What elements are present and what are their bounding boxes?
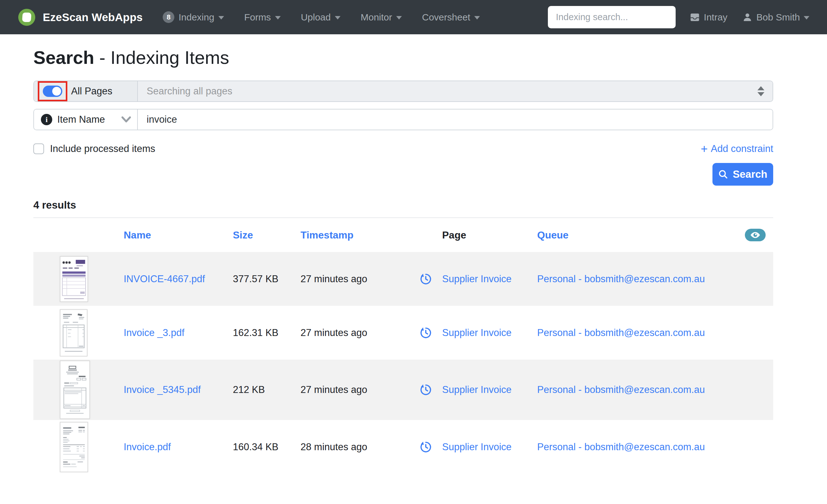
info-glyph: i	[46, 115, 48, 124]
field-selector-label: Item Name	[57, 114, 105, 125]
file-name-link[interactable]: Invoice _5345.pdf	[124, 384, 233, 396]
sort-header-timestamp[interactable]: Timestamp	[300, 229, 409, 241]
nav-item-monitor[interactable]: Monitor	[360, 12, 402, 23]
thumbnail-cell	[33, 309, 124, 356]
file-name-link[interactable]: Invoice _3.pdf	[124, 327, 233, 339]
sort-header-queue[interactable]: Queue	[537, 229, 569, 241]
user-name: Bob Smith	[757, 12, 800, 23]
include-processed-option: Include processed items	[33, 143, 155, 154]
up-down-arrows-icon	[758, 86, 764, 96]
queue-link[interactable]: Personal - bobsmith@ezescan.com.au	[537, 327, 773, 339]
pages-scope-group: All Pages Searching all pages	[33, 81, 773, 102]
table-row: INVOICE-4667.pdf 377.57 KB 27 minutes ag…	[33, 252, 773, 306]
intray-link[interactable]: Intray	[689, 12, 728, 23]
header-page: Page	[442, 229, 537, 241]
thumbnail-cell	[33, 422, 124, 472]
search-button-row: Search	[33, 163, 773, 186]
pages-select-value: Searching all pages	[147, 86, 232, 97]
brand-title: EzeScan WebApps	[43, 11, 143, 23]
page-link[interactable]: Supplier Invoice	[442, 384, 537, 396]
history-icon[interactable]	[420, 273, 432, 285]
queue-link[interactable]: Personal - bobsmith@ezescan.com.au	[537, 441, 773, 453]
file-size: 162.31 KB	[233, 327, 300, 339]
nav-item-label: Upload	[301, 12, 331, 23]
page-title-sub: - Indexing Items	[99, 47, 230, 68]
document-thumbnail[interactable]	[60, 256, 88, 302]
nav-item-label: Coversheet	[422, 12, 470, 23]
nav-item-upload[interactable]: Upload	[301, 12, 340, 23]
intray-inbox-icon	[689, 12, 700, 23]
document-thumbnail[interactable]	[60, 360, 90, 419]
chevron-down-icon	[218, 16, 224, 19]
table-row: Invoice _3.pdf 162.31 KB 27 minutes ago …	[33, 306, 773, 360]
search-button[interactable]: Search	[713, 163, 773, 186]
visibility-toggle-button[interactable]	[745, 229, 766, 241]
page-title: Search - Indexing Items	[33, 48, 773, 68]
queue-link[interactable]: Personal - bobsmith@ezescan.com.au	[537, 384, 773, 396]
chevron-down-icon	[804, 16, 809, 19]
field-selector[interactable]: i Item Name	[34, 109, 138, 130]
file-size: 377.57 KB	[233, 273, 300, 285]
page-link[interactable]: Supplier Invoice	[442, 441, 537, 453]
search-term-input[interactable]	[138, 109, 773, 130]
eye-icon	[750, 232, 761, 239]
file-size: 212 KB	[233, 384, 300, 396]
thumbnail-cell	[33, 256, 124, 302]
chevron-down-icon	[474, 16, 480, 19]
ezescan-logo-icon	[18, 9, 35, 26]
timestamp: 27 minutes ago	[300, 327, 409, 339]
history-cell	[409, 273, 442, 285]
thumbnail-cell	[33, 360, 124, 419]
nav-item-coversheet[interactable]: Coversheet	[422, 12, 480, 23]
sort-header-name[interactable]: Name	[124, 229, 233, 241]
chevron-down-icon	[121, 116, 131, 123]
all-pages-toggle[interactable]	[43, 86, 62, 97]
nav-item-label: Monitor	[360, 12, 392, 23]
user-menu[interactable]: Bob Smith	[742, 12, 809, 23]
chevron-down-icon	[275, 16, 281, 19]
all-pages-addon: All Pages	[34, 81, 138, 101]
add-constraint-label: Add constraint	[711, 143, 773, 154]
history-icon[interactable]	[420, 384, 432, 396]
timestamp: 27 minutes ago	[300, 384, 409, 396]
file-size: 160.34 KB	[233, 441, 300, 453]
sort-header-size[interactable]: Size	[233, 229, 300, 241]
nav-item-label: Indexing	[179, 12, 214, 23]
nav-item-indexing[interactable]: 8 Indexing	[163, 11, 224, 23]
results-count: 4 results	[33, 199, 773, 211]
indexing-search-input[interactable]	[548, 6, 676, 28]
table-row: Invoice.pdf 160.34 KB 28 minutes ago Sup…	[33, 420, 773, 474]
results-table-header: Name Size Timestamp Page Queue	[33, 218, 773, 252]
page-link[interactable]: Supplier Invoice	[442, 273, 537, 285]
indexing-count-badge: 8	[163, 11, 174, 23]
toggle-knob	[52, 87, 61, 96]
brand-link[interactable]: EzeScan WebApps	[18, 9, 143, 26]
chevron-down-icon	[396, 16, 402, 19]
search-icon	[718, 169, 728, 179]
info-icon: i	[41, 114, 52, 125]
intray-label: Intray	[704, 12, 728, 23]
history-cell	[409, 384, 442, 396]
queue-link[interactable]: Personal - bobsmith@ezescan.com.au	[537, 273, 773, 285]
annotation-red-box	[38, 81, 67, 101]
main-content: Search - Indexing Items All Pages Search…	[0, 34, 827, 474]
include-processed-label: Include processed items	[50, 143, 155, 154]
nav-item-label: Forms	[244, 12, 271, 23]
person-icon	[742, 12, 753, 23]
add-constraint-link[interactable]: + Add constraint	[701, 143, 773, 154]
history-cell	[409, 441, 442, 453]
include-processed-checkbox[interactable]	[33, 144, 44, 154]
nav-item-forms[interactable]: Forms	[244, 12, 281, 23]
top-navbar: EzeScan WebApps 8 Indexing Forms Upload …	[0, 0, 827, 34]
page-link[interactable]: Supplier Invoice	[442, 327, 537, 339]
history-icon[interactable]	[420, 441, 432, 453]
document-thumbnail[interactable]	[60, 422, 88, 472]
file-name-link[interactable]: INVOICE-4667.pdf	[124, 273, 233, 285]
chevron-down-icon	[335, 16, 340, 19]
table-row: Invoice _5345.pdf 212 KB 27 minutes ago …	[33, 360, 773, 420]
history-icon[interactable]	[420, 326, 432, 339]
all-pages-label: All Pages	[71, 86, 112, 97]
file-name-link[interactable]: Invoice.pdf	[124, 441, 233, 453]
document-thumbnail[interactable]	[60, 309, 88, 356]
pages-select[interactable]: Searching all pages	[138, 81, 773, 101]
